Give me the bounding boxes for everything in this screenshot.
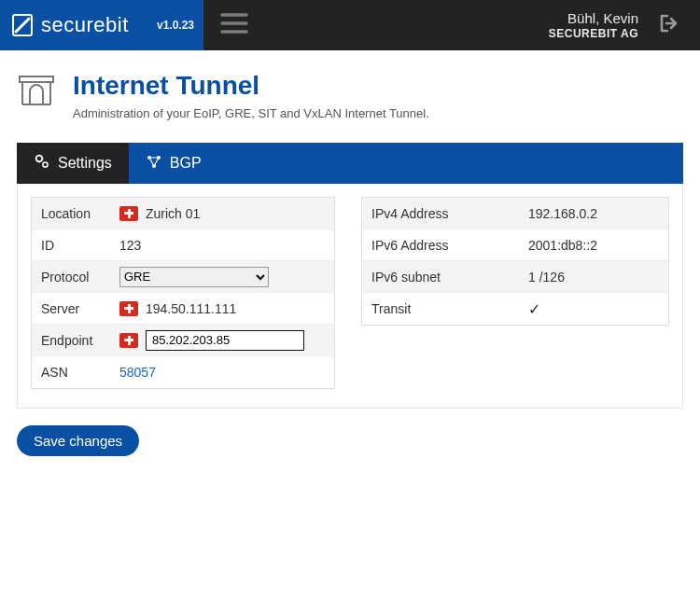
- brand-logo: securebit: [11, 13, 129, 37]
- ipv6-subnet-value: 1 /126: [528, 270, 565, 285]
- server-label: Server: [32, 295, 112, 323]
- flag-ch-icon: [119, 206, 138, 221]
- flag-ch-icon: [119, 301, 138, 316]
- ipv6-value: 2001:db8::2: [528, 238, 597, 253]
- brand-block[interactable]: securebit v1.0.23: [0, 0, 203, 50]
- menu-toggle-icon[interactable]: [220, 12, 248, 38]
- row-ipv4: IPv4 Address 192.168.0.2: [362, 198, 668, 229]
- logout-icon[interactable]: [659, 14, 679, 36]
- gears-icon: [34, 153, 50, 174]
- user-block[interactable]: Bühl, Kevin SECUREBIT AG: [549, 10, 638, 40]
- endpoint-input[interactable]: [146, 330, 304, 351]
- location-label: Location: [32, 200, 112, 228]
- row-endpoint: Endpoint: [32, 325, 334, 356]
- tunnel-icon: [17, 73, 56, 112]
- svg-point-3: [43, 162, 48, 167]
- asn-link[interactable]: 58057: [119, 365, 156, 380]
- page-subtitle: Administration of your EoIP, GRE, SIT an…: [73, 106, 429, 120]
- endpoint-label: Endpoint: [32, 326, 112, 354]
- tunnel-details-panel: Location Zurich 01 ID 123 Protocol GRE S…: [31, 197, 335, 389]
- id-label: ID: [32, 231, 112, 259]
- transit-label: Transit: [362, 295, 521, 323]
- location-value: Zurich 01: [146, 206, 200, 221]
- app-version: v1.0.23: [157, 19, 194, 32]
- id-value: 123: [119, 238, 141, 253]
- ipv4-value: 192.168.0.2: [528, 206, 597, 221]
- page-title: Internet Tunnel: [73, 71, 429, 101]
- address-panel: IPv4 Address 192.168.0.2 IPv6 Address 20…: [361, 197, 669, 326]
- ipv4-label: IPv4 Address: [362, 200, 521, 228]
- ipv6-subnet-label: IPv6 subnet: [362, 263, 521, 291]
- tab-bgp[interactable]: BGP: [129, 143, 218, 184]
- settings-content: Location Zurich 01 ID 123 Protocol GRE S…: [17, 184, 683, 409]
- tabs-bar: Settings BGP: [17, 143, 683, 184]
- server-value: 194.50.111.111: [146, 301, 236, 316]
- tab-settings[interactable]: Settings: [17, 143, 129, 184]
- tab-settings-label: Settings: [58, 155, 112, 172]
- flag-ch-icon: [119, 333, 138, 348]
- asn-label: ASN: [32, 358, 112, 386]
- user-name: Bühl, Kevin: [549, 10, 638, 27]
- user-org: SECUREBIT AG: [549, 27, 638, 40]
- ipv6-label: IPv6 Address: [362, 231, 521, 259]
- tab-bgp-label: BGP: [170, 155, 202, 172]
- check-icon: ✓: [528, 300, 540, 318]
- topbar: securebit v1.0.23 Bühl, Kevin SECUREBIT …: [0, 0, 700, 50]
- row-ipv6: IPv6 Address 2001:db8::2: [362, 229, 668, 261]
- row-asn: ASN 58057: [32, 356, 334, 388]
- row-server: Server 194.50.111.111: [32, 293, 334, 325]
- protocol-select[interactable]: GRE: [119, 267, 269, 287]
- brand-name: securebit: [41, 13, 129, 37]
- network-icon: [146, 153, 162, 174]
- row-transit: Transit ✓: [362, 293, 668, 325]
- page-header: Internet Tunnel Administration of your E…: [0, 50, 700, 143]
- row-ipv6-subnet: IPv6 subnet 1 /126: [362, 261, 668, 293]
- row-location: Location Zurich 01: [32, 198, 334, 229]
- row-protocol: Protocol GRE: [32, 261, 334, 293]
- protocol-label: Protocol: [32, 263, 112, 291]
- row-id: ID 123: [32, 229, 334, 261]
- save-button[interactable]: Save changes: [17, 425, 139, 456]
- securebit-logo-icon: [11, 13, 34, 37]
- svg-rect-1: [20, 76, 53, 82]
